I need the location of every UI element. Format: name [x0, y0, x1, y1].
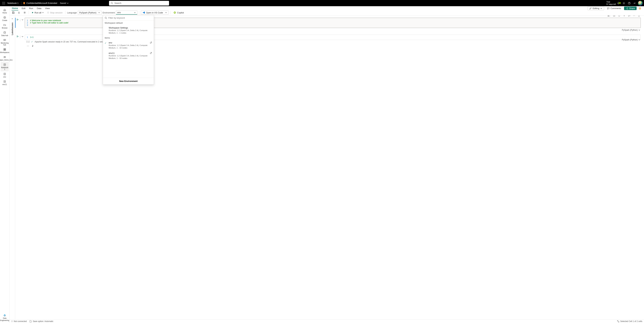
- chevron-down-icon: [98, 12, 100, 14]
- nav-workspace-current[interactable]: Shuaijun_Demo_Env: [1, 54, 9, 62]
- tab-home[interactable]: Home: [12, 6, 18, 11]
- gear-icon: [23, 11, 26, 14]
- nav-notebook-current[interactable]: Notebook 1: [1, 62, 9, 71]
- cell-split-icon[interactable]: [612, 16, 616, 18]
- run-all-label: Run all: [34, 12, 41, 14]
- plus-circle-icon: [3, 16, 6, 19]
- sensitivity-label[interactable]: Confidential\Microsoft Extended: [23, 2, 57, 5]
- cell-language-picker[interactable]: PySpark (Python): [622, 39, 640, 41]
- save-button[interactable]: [11, 11, 16, 15]
- vscode-icon: [142, 11, 145, 14]
- gear-icon: [622, 2, 625, 5]
- comment-icon: [607, 7, 610, 10]
- settings-toolbar-button[interactable]: [22, 11, 27, 15]
- run-cell-icon[interactable]: [16, 35, 19, 38]
- tab-run[interactable]: Run: [29, 6, 34, 10]
- cell-menu-chevron-icon[interactable]: [22, 35, 24, 38]
- open-external-icon[interactable]: [150, 42, 152, 44]
- env-section-workspace: Workspace default: [103, 21, 154, 25]
- trial-line2: 57 days left: [606, 3, 616, 5]
- cell-selection-label: Selected Cell 1 of 2 cells: [620, 320, 642, 322]
- notifications-button[interactable]: 6: [616, 2, 621, 5]
- folder-icon: [3, 23, 6, 27]
- language-dropdown[interactable]: PySpark (Python): [78, 11, 102, 15]
- app-launcher-icon[interactable]: [1, 2, 6, 5]
- cell-convert-markdown-button[interactable]: M↓: [607, 16, 611, 17]
- nav-create[interactable]: Create: [1, 15, 9, 22]
- output-more-icon[interactable]: ⋯: [27, 45, 29, 47]
- environment-dropdown[interactable]: env: [116, 11, 137, 15]
- share-label: Share: [629, 7, 635, 10]
- open-vscode-button[interactable]: Open in VS Code: [141, 11, 168, 15]
- tab-view[interactable]: View: [45, 6, 50, 10]
- nav-env11[interactable]: env11: [1, 79, 9, 86]
- settings-button[interactable]: [621, 2, 626, 5]
- tab-edit[interactable]: Edit: [21, 6, 26, 10]
- cell-selection-status[interactable]: Selected Cell 1 of 2 cells: [617, 320, 642, 322]
- nav-data-hub[interactable]: Data hub: [1, 30, 9, 38]
- help-button[interactable]: [626, 2, 632, 5]
- separator: [65, 11, 66, 14]
- svg-rect-25: [4, 81, 6, 83]
- persona-switcher[interactable]: Data Engineering: [1, 312, 9, 323]
- env-option-env[interactable]: ✓ env Runtime: 1.2 (Spark 3.4, Delta 2.4…: [103, 40, 154, 51]
- env-icon: [3, 72, 6, 76]
- tab-data[interactable]: Data: [36, 6, 42, 10]
- connection-status[interactable]: Not connected: [11, 320, 27, 322]
- save-icon: [12, 11, 14, 14]
- expand-lakehouses-icon[interactable]: »: [11, 17, 14, 21]
- cell-freeze-icon[interactable]: [622, 16, 626, 18]
- notebook-title[interactable]: Notebook 1: [6, 2, 20, 4]
- play-icon: [32, 12, 34, 14]
- nav-monitoring[interactable]: Monitoring hub: [1, 38, 9, 47]
- lakehouses-label[interactable]: Lakehouses: [11, 23, 14, 35]
- notification-badge: 6: [619, 2, 621, 4]
- cell-comment-icon[interactable]: [628, 16, 631, 18]
- save-option[interactable]: Save option: Automatic: [29, 320, 53, 322]
- env-filter-input[interactable]: Filter by keyword: [103, 15, 154, 21]
- env-ws-sub: Runtime: 1.2 (Spark 3.4, Delta 2.4), Com…: [109, 29, 152, 34]
- run-all-button[interactable]: Run all: [30, 11, 45, 15]
- success-check-icon: ✓: [31, 41, 33, 43]
- cell-language-picker[interactable]: PySpark (Python): [622, 29, 640, 31]
- user-avatar[interactable]: [638, 1, 643, 6]
- sensitivity-text: Confidential\Microsoft Extended: [26, 2, 57, 4]
- editing-mode-button[interactable]: Editing: [588, 6, 604, 10]
- copilot-side-button[interactable]: [638, 7, 642, 10]
- save-status[interactable]: - Saved: [57, 2, 69, 4]
- cell-toolbar: M↓ ⋯: [607, 16, 641, 18]
- nav-create-label: Create: [2, 20, 7, 21]
- trial-status[interactable]: Trial: 57 days left: [606, 1, 616, 5]
- download-button[interactable]: [16, 11, 21, 15]
- svg-point-31: [105, 17, 106, 19]
- nav-home[interactable]: Home: [1, 7, 9, 15]
- open-external-icon[interactable]: [150, 52, 152, 55]
- global-search[interactable]: Search: [109, 1, 169, 6]
- workspaces-icon: [3, 48, 6, 51]
- cell-lock-icon[interactable]: [618, 16, 621, 18]
- svg-rect-29: [48, 12, 49, 13]
- env-option-env11[interactable]: env11 Runtime: 1.2 (Spark 3.4, Delta 2.4…: [103, 51, 154, 61]
- save-option-label: Save option: Automatic: [33, 320, 53, 322]
- share-icon: [626, 7, 628, 10]
- share-button[interactable]: Share: [624, 7, 636, 10]
- comments-button[interactable]: Comments: [606, 7, 623, 10]
- notebook-icon: [3, 63, 6, 66]
- nav-workspaces[interactable]: Workspaces: [1, 47, 9, 54]
- nav-browse[interactable]: Browse: [1, 22, 9, 30]
- cell-delete-icon[interactable]: [637, 16, 641, 18]
- svg-rect-17: [4, 49, 4, 49]
- feedback-button[interactable]: [632, 2, 637, 5]
- chevron-down-icon: [638, 39, 640, 41]
- env-option-workspace-settings[interactable]: Workspace Settings Runtime: 1.2 (Spark 3…: [103, 25, 154, 36]
- new-environment-button[interactable]: New Environment: [103, 78, 154, 84]
- run-cell-icon[interactable]: [16, 19, 19, 22]
- cell-more-icon[interactable]: ⋯: [632, 16, 636, 17]
- nav-env[interactable]: env: [1, 71, 9, 79]
- copilot-button[interactable]: Copilot: [172, 11, 185, 15]
- svg-point-30: [174, 12, 175, 13]
- ribbon-tabs: Home Edit Run Data View Editing Comments…: [10, 6, 644, 11]
- nav-env11-label: env11: [2, 84, 7, 85]
- cell-menu-chevron-icon[interactable]: [22, 19, 24, 22]
- svg-point-28: [24, 12, 25, 13]
